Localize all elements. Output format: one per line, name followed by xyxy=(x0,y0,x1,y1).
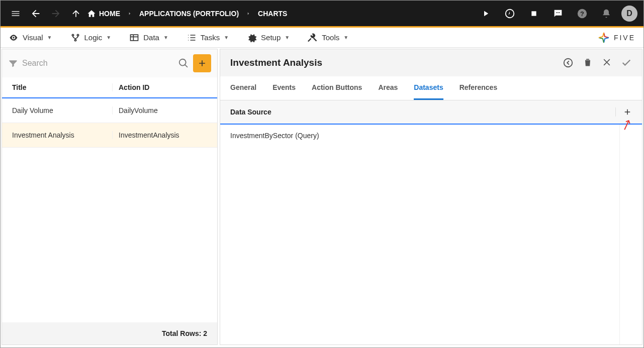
menu-data-label: Data xyxy=(143,33,159,42)
datasource-sidebar xyxy=(620,125,642,344)
table-icon xyxy=(129,33,139,43)
plus-icon xyxy=(623,107,632,117)
close-icon[interactable] xyxy=(602,57,612,68)
menu-visual-label: Visual xyxy=(23,33,43,42)
svg-point-4 xyxy=(559,12,560,13)
play-icon[interactable] xyxy=(477,5,495,23)
breadcrumb-applications[interactable]: APPLICATIONS (PORTFOLIO) xyxy=(139,10,239,18)
eye-icon xyxy=(9,33,19,43)
search-input[interactable] xyxy=(22,59,174,68)
row-title: Daily Volume xyxy=(12,106,113,114)
breadcrumb-applications-label: APPLICATIONS (PORTFOLIO) xyxy=(139,10,239,18)
tab-datasets[interactable]: Datasets xyxy=(414,76,443,100)
tools-icon xyxy=(308,33,318,43)
tabs: General Events Action Buttons Areas Data… xyxy=(220,76,642,100)
svg-point-3 xyxy=(558,12,559,13)
row-action-id: InvestmentAnalysis xyxy=(113,131,207,139)
total-rows-label: Total Rows: 2 xyxy=(2,322,217,344)
right-panel: Investment Analysis General Events Actio… xyxy=(220,49,642,345)
tab-action-buttons[interactable]: Action Buttons xyxy=(312,76,362,100)
breadcrumb-home[interactable]: HOME xyxy=(87,9,120,18)
logo: FIVE xyxy=(598,32,635,44)
chevron-right-icon xyxy=(246,10,251,17)
stop-icon[interactable] xyxy=(525,5,543,23)
menu-data[interactable]: Data▼ xyxy=(129,33,168,43)
add-datasource-button[interactable] xyxy=(615,107,632,117)
tab-events[interactable]: Events xyxy=(272,76,296,100)
svg-text:?: ? xyxy=(580,10,584,17)
menu-icon[interactable] xyxy=(7,5,25,23)
logo-icon xyxy=(598,32,610,44)
filter-icon[interactable] xyxy=(8,58,18,68)
left-panel: Title Action ID Daily Volume DailyVolume… xyxy=(2,49,218,345)
menu-setup-label: Setup xyxy=(261,33,281,42)
menu-logic-label: Logic xyxy=(84,33,103,42)
row-action-id: DailyVolume xyxy=(113,106,207,114)
check-icon[interactable] xyxy=(621,57,632,68)
home-icon xyxy=(87,9,96,18)
top-bar: HOME APPLICATIONS (PORTFOLIO) CHARTS ? D xyxy=(1,1,643,28)
menu-visual[interactable]: Visual▼ xyxy=(9,33,52,43)
menu-tasks[interactable]: Tasks▼ xyxy=(187,33,229,43)
breadcrumb-charts-label: CHARTS xyxy=(258,10,287,18)
tab-areas[interactable]: Areas xyxy=(378,76,398,100)
svg-point-2 xyxy=(556,12,557,13)
column-action-id[interactable]: Action ID xyxy=(113,83,207,91)
list-icon xyxy=(187,33,197,43)
svg-point-7 xyxy=(13,37,14,38)
forward-icon xyxy=(47,5,65,23)
svg-point-12 xyxy=(564,59,573,67)
menu-setup[interactable]: Setup▼ xyxy=(247,33,290,43)
avatar[interactable]: D xyxy=(621,6,637,22)
chat-icon[interactable] xyxy=(549,5,567,23)
list-row[interactable]: Daily Volume DailyVolume xyxy=(2,98,217,123)
gear-icon xyxy=(247,33,257,43)
logo-text: FIVE xyxy=(614,34,635,42)
datasource-label: Data Source xyxy=(230,108,271,116)
search-icon[interactable] xyxy=(178,58,189,69)
svg-point-9 xyxy=(77,34,78,36)
datasource-item[interactable]: InvestmentBySector (Query) xyxy=(220,125,619,147)
breadcrumb-home-label: HOME xyxy=(99,10,120,18)
svg-point-8 xyxy=(72,34,73,36)
add-button[interactable] xyxy=(193,54,211,72)
svg-rect-1 xyxy=(531,11,536,16)
list-header: Title Action ID xyxy=(2,77,217,98)
bell-icon[interactable] xyxy=(597,5,615,23)
menu-bar: Visual▼ Logic▼ Data▼ Tasks▼ Setup▼ Tools… xyxy=(1,28,643,48)
svg-rect-11 xyxy=(131,35,138,41)
menu-tools[interactable]: Tools▼ xyxy=(308,33,348,43)
back-icon[interactable] xyxy=(27,5,45,23)
menu-tools-label: Tools xyxy=(322,33,339,42)
list-row[interactable]: Investment Analysis InvestmentAnalysis xyxy=(2,123,217,148)
inspect-icon[interactable] xyxy=(501,5,519,23)
page-title: Investment Analysis xyxy=(230,57,322,68)
svg-point-10 xyxy=(74,39,76,41)
chevron-right-icon xyxy=(127,10,132,17)
tab-references[interactable]: References xyxy=(459,76,498,100)
column-title[interactable]: Title xyxy=(12,83,113,91)
up-icon[interactable] xyxy=(67,5,85,23)
menu-logic[interactable]: Logic▼ xyxy=(70,33,112,43)
avatar-letter: D xyxy=(626,9,632,18)
delete-icon[interactable] xyxy=(583,57,593,68)
undo-icon[interactable] xyxy=(563,57,574,68)
breadcrumb-charts[interactable]: CHARTS xyxy=(258,10,287,18)
menu-tasks-label: Tasks xyxy=(201,33,220,42)
plus-icon xyxy=(197,58,207,68)
help-icon[interactable]: ? xyxy=(573,5,591,23)
row-title: Investment Analysis xyxy=(12,131,113,139)
tab-general[interactable]: General xyxy=(230,76,256,100)
branch-icon xyxy=(70,33,80,43)
